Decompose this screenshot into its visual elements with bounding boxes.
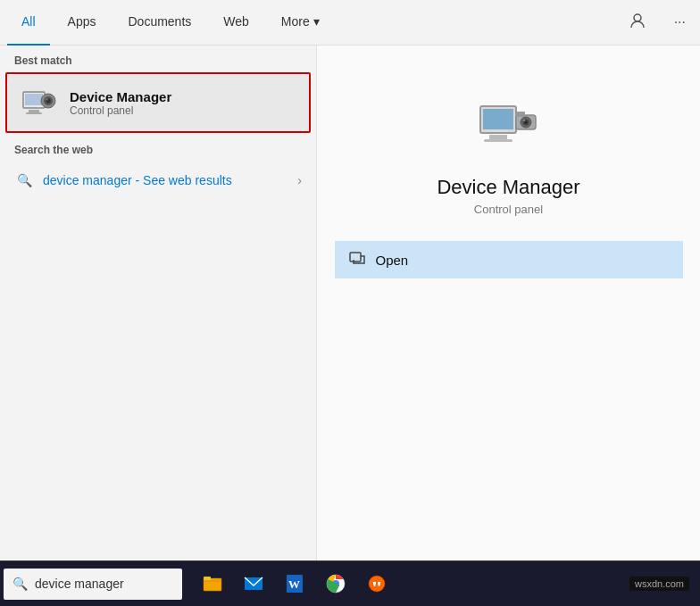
tab-web[interactable]: Web [209,0,263,46]
open-icon [349,250,365,270]
watermark: wsxdn.com [629,577,689,591]
web-search-item[interactable]: 🔍 device manager - See web results › [0,162,316,199]
best-match-item[interactable]: Device Manager Control panel [5,72,311,133]
best-match-label: Best match [0,46,316,72]
search-nav: All Apps Documents Web More ▾ ··· [0,0,700,46]
taskbar-search[interactable]: 🔍 device manager [4,569,182,600]
svg-point-0 [634,14,641,21]
svg-rect-4 [26,112,42,114]
more-options-button[interactable]: ··· [667,11,693,34]
device-manager-icon [21,85,57,120]
svg-point-17 [524,121,527,124]
user-icon-button[interactable] [622,9,653,36]
svg-point-8 [46,99,48,101]
chrome-icon[interactable] [316,564,355,603]
game-icon[interactable] [357,564,396,603]
taskbar-search-icon: 🔍 [12,577,28,591]
svg-rect-20 [204,578,221,591]
word-icon[interactable]: W [275,564,314,603]
right-subtitle: Control panel [474,203,543,216]
svg-point-29 [379,585,380,586]
svg-point-27 [369,576,385,592]
ellipsis-icon: ··· [674,14,686,29]
taskbar: 🔍 device manager W [0,560,700,606]
chevron-right-icon: › [297,173,302,187]
nav-right-icons: ··· [622,9,693,36]
svg-point-18 [522,120,524,121]
file-explorer-icon[interactable] [193,564,232,603]
search-web-icon: 🔍 [14,170,34,190]
chevron-down-icon: ▾ [313,14,320,29]
device-manager-large-icon [473,90,545,162]
svg-rect-19 [350,253,361,261]
main-content: Best match Device Manager [0,46,700,560]
svg-rect-11 [489,135,507,139]
web-search-text: device manager - See web results [43,173,288,187]
tab-documents[interactable]: Documents [113,0,205,46]
svg-rect-10 [483,109,513,129]
svg-rect-3 [29,110,39,112]
best-match-subtitle: Control panel [70,104,171,117]
taskbar-right: wsxdn.com [629,577,696,591]
right-panel: Device Manager Control panel Open [317,46,700,560]
svg-rect-12 [484,139,512,142]
svg-rect-21 [204,577,211,580]
right-title: Device Manager [437,176,579,199]
tab-all[interactable]: All [7,0,50,46]
tab-more[interactable]: More ▾ [267,0,334,46]
taskbar-icons: W [193,564,396,603]
taskbar-search-text: device manager [35,577,124,591]
best-match-title: Device Manager [70,89,171,104]
svg-rect-14 [516,112,525,117]
mail-icon[interactable] [234,564,273,603]
open-button[interactable]: Open [335,241,683,278]
svg-text:W: W [288,577,300,591]
svg-point-28 [374,585,376,586]
tab-apps[interactable]: Apps [54,0,111,46]
best-match-text: Device Manager Control panel [70,89,171,117]
web-section-label: Search the web [0,133,316,162]
left-panel: Best match Device Manager [0,46,317,560]
svg-rect-2 [25,94,43,105]
